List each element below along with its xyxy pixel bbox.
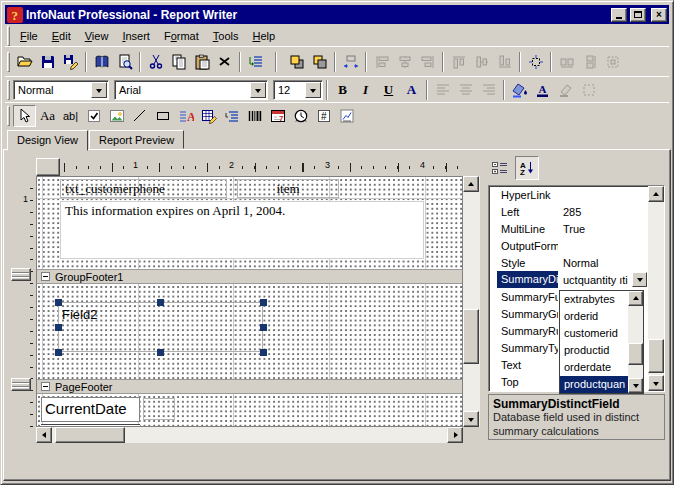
horizontal-spacing-button[interactable]: [339, 51, 362, 73]
rectangle-tool[interactable]: [151, 105, 174, 127]
align-bottoms-button[interactable]: [493, 51, 516, 73]
collapse-icon[interactable]: [41, 382, 50, 391]
scroll-up-button[interactable]: [628, 291, 643, 306]
same-size-button[interactable]: [601, 51, 624, 73]
print-preview-button[interactable]: [113, 51, 136, 73]
save-button[interactable]: [36, 51, 59, 73]
menu-view[interactable]: View: [78, 27, 116, 45]
font-dropdown-button[interactable]: [250, 82, 266, 98]
toolbar-grip[interactable]: [7, 106, 10, 126]
copy-button[interactable]: [167, 51, 190, 73]
scroll-up-button[interactable]: [463, 176, 479, 192]
align-right-button[interactable]: [477, 79, 500, 101]
same-width-button[interactable]: [555, 51, 578, 73]
send-to-back-button[interactable]: [308, 51, 331, 73]
selection-handle[interactable]: [260, 349, 267, 356]
dropdown-option-customerid[interactable]: customerid: [560, 325, 629, 342]
highlight-button[interactable]: [554, 79, 577, 101]
selection-handle[interactable]: [55, 349, 62, 356]
borders-button[interactable]: [577, 79, 600, 101]
menu-insert[interactable]: Insert: [115, 27, 157, 45]
clock-tool[interactable]: [289, 105, 312, 127]
field-item[interactable]: item: [237, 179, 339, 198]
value-dropdown-list[interactable]: extrabytes orderid customerid productid …: [559, 290, 644, 394]
snap-to-grid-button[interactable]: [524, 51, 547, 73]
menu-format[interactable]: Format: [157, 27, 206, 45]
dropdown-option-productquantity[interactable]: productquan: [560, 376, 629, 393]
band-detail[interactable]: txt_customerphone item This information …: [37, 177, 462, 269]
selection-handle[interactable]: [260, 299, 267, 306]
sort-alphabetical-button[interactable]: AZ: [515, 156, 539, 180]
tab-design-view[interactable]: Design View: [7, 130, 88, 151]
line-tool[interactable]: [128, 105, 151, 127]
scrollbar-thumb[interactable]: [55, 427, 125, 443]
label-tool[interactable]: Aa: [36, 105, 59, 127]
scrollbar-thumb[interactable]: [628, 343, 643, 365]
same-height-button[interactable]: [578, 51, 601, 73]
ruler-corner-box[interactable]: [36, 158, 60, 176]
barcode-tool[interactable]: [243, 105, 266, 127]
scrollbar-thumb[interactable]: [648, 339, 664, 373]
property-row-hyperlink[interactable]: HyperLink: [489, 186, 648, 203]
open-button[interactable]: [13, 51, 36, 73]
toolbar-grip[interactable]: [7, 52, 10, 72]
maximize-button[interactable]: [630, 8, 646, 22]
scroll-right-button[interactable]: [447, 427, 463, 443]
font-color-button[interactable]: A: [531, 79, 554, 101]
value-dropdown-button[interactable]: [632, 272, 647, 287]
selection-handle[interactable]: [55, 299, 62, 306]
property-row-outputformat[interactable]: OutputForm: [489, 237, 648, 254]
underline-button[interactable]: U: [377, 79, 400, 101]
selection-handle[interactable]: [260, 324, 267, 331]
field-expire-text[interactable]: This information expires on April 1, 200…: [60, 201, 424, 259]
cut-button[interactable]: [144, 51, 167, 73]
font-size-dropdown-button[interactable]: [305, 82, 321, 98]
menubar-grip[interactable]: [7, 26, 10, 46]
align-tops-button[interactable]: [447, 51, 470, 73]
align-centers-button[interactable]: [393, 51, 416, 73]
toolbar-grip[interactable]: [7, 80, 10, 100]
band-pagefooter[interactable]: CurrentDate: [37, 394, 462, 427]
paste-button[interactable]: [190, 51, 213, 73]
selection-handle[interactable]: [55, 324, 62, 331]
align-rights-button[interactable]: [416, 51, 439, 73]
field-empty[interactable]: [143, 398, 175, 420]
scrollbar-thumb[interactable]: [463, 309, 479, 364]
collapse-icon[interactable]: [41, 272, 50, 281]
list-tool[interactable]: [220, 105, 243, 127]
property-row-style[interactable]: StyleNormal: [489, 254, 648, 271]
pointer-tool[interactable]: [13, 105, 36, 127]
close-button[interactable]: ×: [651, 8, 667, 22]
scroll-down-button[interactable]: [628, 378, 643, 393]
italic-button[interactable]: I: [354, 79, 377, 101]
dropdown-option-productid[interactable]: productid: [560, 342, 629, 359]
scroll-down-button[interactable]: [648, 375, 664, 391]
align-middles-button[interactable]: [470, 51, 493, 73]
minimize-button[interactable]: [611, 8, 627, 22]
menu-tools[interactable]: Tools: [206, 27, 246, 45]
page-number-tool[interactable]: #: [312, 105, 335, 127]
style-combobox[interactable]: Normal: [13, 80, 109, 100]
chart-tool[interactable]: [335, 105, 358, 127]
richtext-tool[interactable]: A: [174, 105, 197, 127]
image-tool[interactable]: [105, 105, 128, 127]
delete-button[interactable]: [213, 51, 236, 73]
band-groupfooter1[interactable]: Field2: [37, 284, 462, 379]
menu-help[interactable]: Help: [245, 27, 282, 45]
font-dialog-button[interactable]: A: [400, 79, 423, 101]
report-structure-button[interactable]: [244, 51, 267, 73]
field-field2[interactable]: Field2: [62, 307, 97, 322]
font-size-combobox[interactable]: 12: [273, 80, 323, 100]
data-dictionary-button[interactable]: [90, 51, 113, 73]
menu-file[interactable]: File: [13, 27, 45, 45]
textbox-tool[interactable]: ab|: [59, 105, 82, 127]
band-header-pagefooter[interactable]: PageFooter: [37, 379, 462, 394]
align-center-button[interactable]: [454, 79, 477, 101]
scroll-left-button[interactable]: [36, 427, 52, 443]
report-canvas[interactable]: txt_customerphone item This information …: [36, 176, 463, 427]
align-lefts-button[interactable]: [370, 51, 393, 73]
dropdown-option-extrabytes[interactable]: extrabytes: [560, 291, 629, 308]
scroll-down-button[interactable]: [463, 411, 479, 427]
property-row-multiline[interactable]: MultiLineTrue: [489, 220, 648, 237]
selection-handle[interactable]: [157, 349, 164, 356]
